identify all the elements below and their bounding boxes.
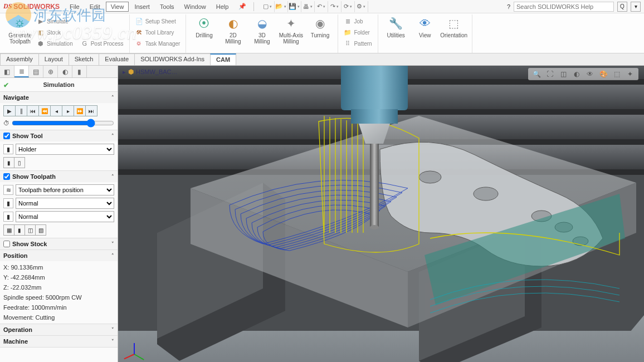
2d-milling-button[interactable]: ◐2D Milling bbox=[218, 14, 247, 46]
utilities-icon: 🔧 bbox=[388, 16, 404, 31]
command-tab-row: Assembly Layout Sketch Evaluate SOLIDWOR… bbox=[0, 53, 644, 66]
tool-opt1-button[interactable]: ▮ bbox=[3, 157, 14, 168]
breadcrumb[interactable]: ▸⬢HSMW_BAC… bbox=[123, 68, 178, 76]
tab-layout[interactable]: Layout bbox=[38, 53, 69, 65]
chevron-up-icon: ˄ bbox=[111, 133, 114, 139]
vp-fit-icon[interactable]: ⛶ bbox=[545, 69, 555, 79]
machine-header[interactable]: Machine˅ bbox=[0, 336, 118, 347]
tab-evaluate[interactable]: Evaluate bbox=[99, 53, 135, 65]
orientation-button[interactable]: ⬚Orientation bbox=[440, 14, 469, 40]
speed-slider[interactable] bbox=[12, 119, 114, 128]
drilling-icon: ⦿ bbox=[196, 16, 212, 31]
navigate-header[interactable]: Navigate˄ bbox=[0, 92, 118, 103]
vp-view-icon[interactable]: 👁 bbox=[585, 69, 595, 79]
nav-play-button[interactable]: ▶ bbox=[3, 105, 16, 116]
tp-opt2[interactable]: ▮ bbox=[14, 224, 25, 236]
show-stock-header[interactable]: Show Stock˅ bbox=[0, 238, 118, 250]
ok-icon[interactable]: ✔ bbox=[3, 81, 9, 89]
vp-appear-icon[interactable]: 🎨 bbox=[598, 69, 608, 79]
qat-print-icon[interactable]: 🖶 bbox=[303, 1, 315, 12]
nav-fwd-button[interactable]: ⏩ bbox=[74, 105, 86, 116]
menu-window[interactable]: Window bbox=[180, 2, 211, 11]
section-show-tool: Show Tool˄ ▮Holder ▮ ▯ bbox=[0, 130, 118, 171]
nav-start-button[interactable]: ⏮ bbox=[27, 105, 39, 116]
pathmode-icon: ≋ bbox=[3, 185, 13, 195]
menu-pin-icon[interactable]: 📌 bbox=[234, 2, 251, 11]
panel-tab-1[interactable]: ◧ bbox=[0, 66, 14, 77]
nav-back-button[interactable]: ⏪ bbox=[38, 105, 51, 116]
folder-button[interactable]: 📁Folder bbox=[341, 27, 374, 38]
view-button[interactable]: 👁View bbox=[411, 14, 440, 40]
multiaxis-button[interactable]: ✦Multi-Axis Milling bbox=[276, 14, 305, 46]
menu-help[interactable]: Help bbox=[212, 2, 233, 11]
nav-step-back-button[interactable]: ◂ bbox=[50, 105, 62, 116]
vp-render-icon[interactable]: ✦ bbox=[625, 69, 635, 79]
menu-tools[interactable]: Tools bbox=[155, 2, 179, 11]
setup-sheet-button[interactable]: 📄Setup Sheet bbox=[133, 16, 183, 27]
vp-zoom-icon[interactable]: 🔍 bbox=[531, 69, 541, 79]
navigate-buttons: ▶ ‖ ⏮ ⏪ ◂ ▸ ⏩ ⏭ bbox=[3, 105, 114, 116]
task-manager-button[interactable]: ⛭Task Manager bbox=[133, 38, 183, 49]
job-button[interactable]: ≣Job bbox=[341, 16, 374, 27]
help-search: ? Q ▾ bbox=[507, 2, 641, 12]
search-dropdown-icon[interactable]: ▾ bbox=[631, 2, 641, 12]
show-tool-header[interactable]: Show Tool˄ bbox=[0, 130, 118, 141]
section-show-toolpath: Show Toolpath˄ ≋Toolpath before position… bbox=[0, 171, 118, 238]
tool-opt2-button[interactable]: ▯ bbox=[14, 157, 25, 168]
tp-opt1[interactable]: ▦ bbox=[3, 224, 14, 236]
nav-pause-button[interactable]: ‖ bbox=[15, 105, 27, 116]
orientation-triad[interactable] bbox=[121, 334, 146, 359]
normal2-select[interactable]: Normal bbox=[16, 211, 114, 222]
qat-new-icon[interactable]: ▢ bbox=[262, 1, 275, 12]
tab-assembly[interactable]: Assembly bbox=[0, 53, 39, 65]
show-stock-checkbox[interactable] bbox=[3, 241, 10, 247]
holder-select[interactable]: Holder bbox=[16, 144, 114, 155]
drilling-button[interactable]: ⦿Drilling bbox=[189, 14, 218, 40]
normal1-select[interactable]: Normal bbox=[16, 198, 114, 209]
menu-insert[interactable]: Insert bbox=[130, 2, 154, 11]
show-toolpath-header[interactable]: Show Toolpath˄ bbox=[0, 171, 118, 182]
pattern-button[interactable]: ⠿Pattern bbox=[341, 38, 374, 49]
folder-icon: 📁 bbox=[344, 28, 352, 36]
svg-rect-25 bbox=[370, 144, 379, 227]
tab-cam[interactable]: CAM bbox=[210, 53, 236, 65]
menu-view[interactable]: View bbox=[106, 2, 129, 12]
search-button[interactable]: Q bbox=[617, 2, 627, 12]
multiaxis-icon: ✦ bbox=[283, 16, 299, 31]
qat-save-icon[interactable]: 💾 bbox=[289, 1, 301, 12]
toolpath-mode-select[interactable]: Toolpath before position bbox=[16, 184, 114, 195]
operation-header[interactable]: Operation˅ bbox=[0, 324, 118, 335]
quick-access-toolbar: ▢ 📂 💾 🖶 ↶ ↷ ⟳ ⚙ bbox=[262, 1, 368, 12]
position-header[interactable]: Position˄ bbox=[0, 250, 118, 261]
vp-section-icon[interactable]: ◫ bbox=[558, 69, 568, 79]
tool-library-button[interactable]: 🛠Tool Library bbox=[133, 27, 183, 38]
vp-scene-icon[interactable]: ⬚ bbox=[612, 69, 622, 79]
speed-icon: ⏱ bbox=[3, 120, 9, 126]
qat-open-icon[interactable]: 📂 bbox=[276, 1, 288, 12]
show-tool-checkbox[interactable] bbox=[3, 133, 10, 139]
tp-opt4[interactable]: ▧ bbox=[35, 224, 46, 236]
qat-rebuild-icon[interactable]: ⟳ bbox=[343, 1, 355, 12]
panel-tab-6[interactable]: ▮ bbox=[72, 66, 87, 77]
search-input[interactable] bbox=[514, 2, 614, 12]
vp-display-icon[interactable]: ◐ bbox=[572, 69, 582, 79]
tab-sketch[interactable]: Sketch bbox=[69, 53, 100, 65]
panel-tab-3[interactable]: ▤ bbox=[29, 66, 43, 77]
nav-end-button[interactable]: ⏭ bbox=[85, 105, 97, 116]
panel-tab-5[interactable]: ◐ bbox=[58, 66, 72, 77]
panel-title: ✔ Simulation bbox=[0, 78, 118, 92]
show-toolpath-checkbox[interactable] bbox=[3, 173, 10, 180]
qat-undo-icon[interactable]: ↶ bbox=[316, 1, 328, 12]
turning-button[interactable]: ◉Turning bbox=[305, 14, 334, 40]
3d-milling-button[interactable]: ◒3D Milling bbox=[247, 14, 276, 46]
graphics-viewport[interactable]: ▸⬢HSMW_BAC… 🔍 ⛶ ◫ ◐ 👁 🎨 ⬚ ✦ bbox=[118, 66, 644, 362]
nav-step-fwd-button[interactable]: ▸ bbox=[62, 105, 74, 116]
qat-options-icon[interactable]: ⚙ bbox=[356, 1, 368, 12]
utilities-button[interactable]: 🔧Utilities bbox=[382, 14, 411, 40]
panel-tab-4[interactable]: ⊕ bbox=[43, 66, 58, 77]
tp-opt3[interactable]: ◫ bbox=[25, 224, 36, 236]
chevron-down-icon: ˅ bbox=[111, 241, 114, 247]
tab-addins[interactable]: SOLIDWORKS Add-Ins bbox=[134, 53, 211, 65]
qat-redo-icon[interactable]: ↷ bbox=[329, 1, 341, 12]
panel-tab-2[interactable]: ≣ bbox=[14, 66, 29, 77]
